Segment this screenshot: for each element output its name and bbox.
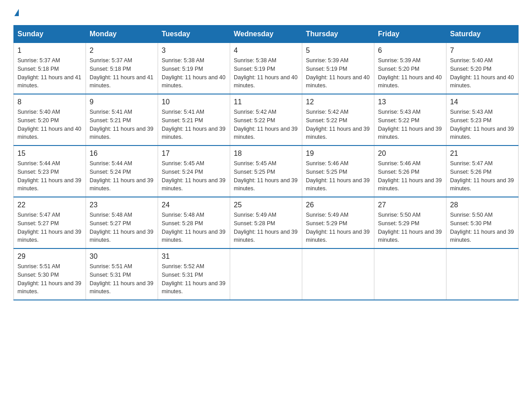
- table-row: 13Sunrise: 5:43 AMSunset: 5:22 PMDayligh…: [374, 94, 446, 146]
- table-row: 2Sunrise: 5:37 AMSunset: 5:18 PMDaylight…: [86, 43, 158, 94]
- table-row: [302, 248, 374, 300]
- day-number: 19: [306, 150, 370, 158]
- day-info: Sunrise: 5:38 AMSunset: 5:19 PMDaylight:…: [162, 56, 226, 90]
- day-info: Sunrise: 5:40 AMSunset: 5:20 PMDaylight:…: [450, 56, 515, 90]
- day-info: Sunrise: 5:37 AMSunset: 5:18 PMDaylight:…: [17, 56, 82, 90]
- day-number: 7: [450, 47, 515, 55]
- day-number: 3: [162, 47, 226, 55]
- day-info: Sunrise: 5:45 AMSunset: 5:25 PMDaylight:…: [234, 159, 298, 193]
- table-row: 19Sunrise: 5:46 AMSunset: 5:25 PMDayligh…: [302, 146, 374, 197]
- day-info: Sunrise: 5:41 AMSunset: 5:21 PMDaylight:…: [90, 108, 154, 141]
- day-number: 13: [378, 98, 442, 106]
- day-number: 16: [90, 150, 154, 158]
- day-info: Sunrise: 5:46 AMSunset: 5:26 PMDaylight:…: [378, 159, 442, 193]
- calendar-week-row: 15Sunrise: 5:44 AMSunset: 5:23 PMDayligh…: [14, 146, 519, 197]
- table-row: 20Sunrise: 5:46 AMSunset: 5:26 PMDayligh…: [374, 146, 446, 197]
- day-info: Sunrise: 5:42 AMSunset: 5:22 PMDaylight:…: [306, 108, 370, 141]
- day-info: Sunrise: 5:44 AMSunset: 5:23 PMDaylight:…: [17, 159, 82, 193]
- day-info: Sunrise: 5:43 AMSunset: 5:22 PMDaylight:…: [378, 108, 442, 141]
- day-info: Sunrise: 5:40 AMSunset: 5:20 PMDaylight:…: [17, 108, 82, 141]
- day-info: Sunrise: 5:52 AMSunset: 5:31 PMDaylight:…: [162, 262, 226, 296]
- day-number: 17: [162, 150, 226, 158]
- calendar-week-row: 22Sunrise: 5:47 AMSunset: 5:27 PMDayligh…: [14, 197, 519, 248]
- day-info: Sunrise: 5:47 AMSunset: 5:26 PMDaylight:…: [450, 159, 515, 193]
- table-row: 26Sunrise: 5:49 AMSunset: 5:29 PMDayligh…: [302, 197, 374, 248]
- day-number: 21: [450, 150, 515, 158]
- day-number: 26: [306, 201, 370, 209]
- header-thursday: Thursday: [302, 26, 374, 43]
- calendar-table: Sunday Monday Tuesday Wednesday Thursday…: [13, 25, 519, 300]
- day-number: 9: [90, 98, 154, 106]
- day-number: 14: [450, 98, 515, 106]
- day-info: Sunrise: 5:37 AMSunset: 5:18 PMDaylight:…: [90, 56, 154, 90]
- table-row: 29Sunrise: 5:51 AMSunset: 5:30 PMDayligh…: [14, 248, 86, 300]
- table-row: 15Sunrise: 5:44 AMSunset: 5:23 PMDayligh…: [14, 146, 86, 197]
- day-number: 29: [17, 253, 82, 261]
- calendar-week-row: 1Sunrise: 5:37 AMSunset: 5:18 PMDaylight…: [14, 43, 519, 94]
- day-info: Sunrise: 5:50 AMSunset: 5:29 PMDaylight:…: [378, 211, 442, 244]
- table-row: 25Sunrise: 5:49 AMSunset: 5:28 PMDayligh…: [230, 197, 302, 248]
- day-number: 10: [162, 98, 226, 106]
- table-row: 8Sunrise: 5:40 AMSunset: 5:20 PMDaylight…: [14, 94, 86, 146]
- header-saturday: Saturday: [446, 26, 519, 43]
- day-number: 1: [17, 47, 82, 55]
- day-number: 5: [306, 47, 370, 55]
- table-row: 21Sunrise: 5:47 AMSunset: 5:26 PMDayligh…: [446, 146, 519, 197]
- day-number: 4: [234, 47, 298, 55]
- day-info: Sunrise: 5:42 AMSunset: 5:22 PMDaylight:…: [234, 108, 298, 141]
- table-row: 17Sunrise: 5:45 AMSunset: 5:24 PMDayligh…: [158, 146, 230, 197]
- calendar-body: 1Sunrise: 5:37 AMSunset: 5:18 PMDaylight…: [14, 43, 519, 300]
- header-sunday: Sunday: [14, 26, 86, 43]
- day-info: Sunrise: 5:45 AMSunset: 5:24 PMDaylight:…: [162, 159, 226, 193]
- day-info: Sunrise: 5:48 AMSunset: 5:28 PMDaylight:…: [162, 211, 226, 244]
- day-info: Sunrise: 5:41 AMSunset: 5:21 PMDaylight:…: [162, 108, 226, 141]
- table-row: [374, 248, 446, 300]
- day-number: 28: [450, 201, 515, 209]
- day-info: Sunrise: 5:43 AMSunset: 5:23 PMDaylight:…: [450, 108, 515, 141]
- table-row: 18Sunrise: 5:45 AMSunset: 5:25 PMDayligh…: [230, 146, 302, 197]
- day-number: 8: [17, 98, 82, 106]
- table-row: 16Sunrise: 5:44 AMSunset: 5:24 PMDayligh…: [86, 146, 158, 197]
- day-number: 6: [378, 47, 442, 55]
- day-number: 27: [378, 201, 442, 209]
- day-number: 12: [306, 98, 370, 106]
- day-info: Sunrise: 5:51 AMSunset: 5:31 PMDaylight:…: [90, 262, 154, 296]
- day-info: Sunrise: 5:51 AMSunset: 5:30 PMDaylight:…: [17, 262, 82, 296]
- header-monday: Monday: [86, 26, 158, 43]
- table-row: 30Sunrise: 5:51 AMSunset: 5:31 PMDayligh…: [86, 248, 158, 300]
- day-number: 25: [234, 201, 298, 209]
- page-header: [13, 9, 519, 16]
- table-row: [446, 248, 519, 300]
- day-number: 18: [234, 150, 298, 158]
- calendar-week-row: 8Sunrise: 5:40 AMSunset: 5:20 PMDaylight…: [14, 94, 519, 146]
- day-info: Sunrise: 5:39 AMSunset: 5:20 PMDaylight:…: [378, 56, 442, 90]
- table-row: 7Sunrise: 5:40 AMSunset: 5:20 PMDaylight…: [446, 43, 519, 94]
- table-row: 14Sunrise: 5:43 AMSunset: 5:23 PMDayligh…: [446, 94, 519, 146]
- day-number: 15: [17, 150, 82, 158]
- header-row: Sunday Monday Tuesday Wednesday Thursday…: [14, 26, 519, 43]
- day-info: Sunrise: 5:38 AMSunset: 5:19 PMDaylight:…: [234, 56, 298, 90]
- day-info: Sunrise: 5:44 AMSunset: 5:24 PMDaylight:…: [90, 159, 154, 193]
- table-row: 10Sunrise: 5:41 AMSunset: 5:21 PMDayligh…: [158, 94, 230, 146]
- day-info: Sunrise: 5:47 AMSunset: 5:27 PMDaylight:…: [17, 211, 82, 244]
- day-number: 23: [90, 201, 154, 209]
- day-info: Sunrise: 5:50 AMSunset: 5:30 PMDaylight:…: [450, 211, 515, 244]
- table-row: 12Sunrise: 5:42 AMSunset: 5:22 PMDayligh…: [302, 94, 374, 146]
- table-row: 1Sunrise: 5:37 AMSunset: 5:18 PMDaylight…: [14, 43, 86, 94]
- day-number: 31: [162, 253, 226, 261]
- table-row: 11Sunrise: 5:42 AMSunset: 5:22 PMDayligh…: [230, 94, 302, 146]
- header-tuesday: Tuesday: [158, 26, 230, 43]
- logo-triangle-icon: [14, 9, 19, 16]
- day-number: 22: [17, 201, 82, 209]
- header-wednesday: Wednesday: [230, 26, 302, 43]
- header-friday: Friday: [374, 26, 446, 43]
- logo: [13, 9, 19, 16]
- calendar-week-row: 29Sunrise: 5:51 AMSunset: 5:30 PMDayligh…: [14, 248, 519, 300]
- table-row: 22Sunrise: 5:47 AMSunset: 5:27 PMDayligh…: [14, 197, 86, 248]
- table-row: 5Sunrise: 5:39 AMSunset: 5:19 PMDaylight…: [302, 43, 374, 94]
- day-info: Sunrise: 5:49 AMSunset: 5:28 PMDaylight:…: [234, 211, 298, 244]
- day-number: 30: [90, 253, 154, 261]
- day-number: 20: [378, 150, 442, 158]
- table-row: 6Sunrise: 5:39 AMSunset: 5:20 PMDaylight…: [374, 43, 446, 94]
- table-row: 4Sunrise: 5:38 AMSunset: 5:19 PMDaylight…: [230, 43, 302, 94]
